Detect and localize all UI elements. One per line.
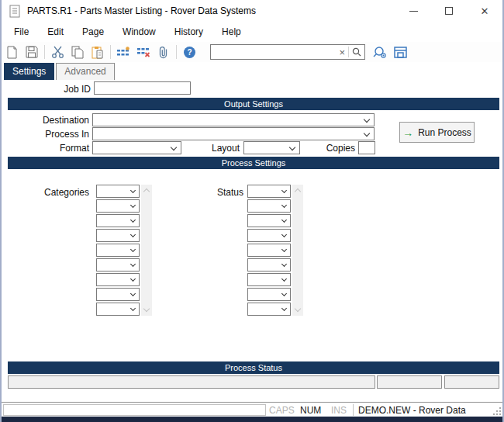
tab-settings[interactable]: Settings	[4, 63, 54, 80]
format-select[interactable]	[92, 141, 181, 154]
chevron-down-icon	[281, 217, 287, 223]
statusbar-message-cell	[3, 404, 266, 416]
process-status-header: Process Status	[8, 361, 499, 374]
category-select-7[interactable]	[96, 288, 140, 301]
status-select-0[interactable]	[247, 185, 291, 198]
chevron-down-icon	[281, 261, 287, 267]
status-select-3[interactable]	[247, 229, 291, 242]
menu-window[interactable]: Window	[115, 22, 164, 41]
category-select-8[interactable]	[96, 303, 140, 316]
chevron-down-icon	[130, 232, 136, 237]
toolbar-separator	[110, 45, 111, 59]
delete-record-button[interactable]	[133, 43, 154, 61]
layout-select[interactable]	[243, 141, 300, 154]
search-input[interactable]	[211, 46, 336, 58]
scroll-up-icon[interactable]	[295, 189, 301, 195]
menu-page[interactable]: Page	[74, 22, 112, 41]
close-icon: ✕	[481, 6, 489, 16]
job-id-input[interactable]	[94, 81, 191, 95]
cut-button[interactable]	[47, 43, 67, 61]
toolbar-separator	[176, 45, 177, 59]
search-icon[interactable]	[349, 47, 364, 57]
title-bar: PARTS.R1 - Parts Master Listing - Rover …	[2, 0, 502, 22]
category-select-2[interactable]	[96, 214, 140, 227]
app-window: PARTS.R1 - Parts Master Listing - Rover …	[0, 0, 504, 422]
clear-search-icon[interactable]: ×	[336, 47, 348, 57]
categories-scrollbar[interactable]	[141, 185, 152, 316]
destination-select[interactable]	[92, 113, 375, 126]
process-status-field-1	[8, 375, 375, 389]
copies-input[interactable]	[358, 141, 375, 154]
process-in-label: Process In	[9, 129, 89, 140]
window-title: PARTS.R1 - Parts Master Listing - Rover …	[27, 5, 256, 16]
new-document-icon	[6, 46, 18, 59]
status-select-7[interactable]	[247, 288, 291, 301]
minimize-button[interactable]	[395, 0, 431, 22]
categories-list	[96, 185, 140, 317]
toolbar-separator	[44, 45, 45, 59]
run-process-label: Run Process	[418, 127, 471, 138]
paste-button[interactable]	[88, 43, 108, 61]
chevron-down-icon	[281, 291, 287, 296]
new-button[interactable]	[2, 43, 22, 61]
chevron-down-icon	[130, 306, 136, 311]
status-label: Status	[188, 187, 243, 198]
tab-strip: Settings Advanced	[4, 62, 116, 80]
menu-help[interactable]: Help	[214, 22, 249, 41]
status-select-4[interactable]	[247, 244, 291, 257]
copy-button[interactable]	[67, 43, 88, 61]
add-record-icon	[116, 47, 130, 57]
job-id-label: Job ID	[25, 84, 91, 95]
chevron-down-icon	[130, 261, 136, 267]
status-select-5[interactable]	[247, 258, 291, 272]
process-in-select[interactable]	[92, 127, 375, 140]
layout-label: Layout	[188, 143, 240, 154]
save-button[interactable]	[22, 43, 42, 61]
run-process-button[interactable]: → Run Process	[399, 122, 475, 143]
caps-indicator: CAPS	[269, 405, 295, 417]
chevron-down-icon	[130, 188, 136, 193]
process-status-field-3	[444, 375, 499, 389]
scroll-down-icon[interactable]	[295, 306, 301, 312]
status-scrollbar[interactable]	[292, 185, 303, 316]
layout-view-icon	[394, 47, 407, 58]
status-select-1[interactable]	[247, 199, 291, 213]
status-select-2[interactable]	[247, 214, 291, 227]
status-select-8[interactable]	[247, 303, 291, 316]
destination-label: Destination	[9, 115, 89, 126]
resize-grip[interactable]	[493, 407, 501, 415]
run-arrow-icon: →	[402, 127, 413, 138]
window-bottom-edge	[2, 417, 502, 422]
status-list	[247, 185, 291, 317]
menu-history[interactable]: History	[167, 22, 211, 41]
num-indicator: NUM	[300, 405, 321, 417]
ins-indicator: INS	[331, 405, 347, 417]
status-select-6[interactable]	[247, 273, 291, 286]
category-select-4[interactable]	[96, 244, 140, 257]
chevron-down-icon	[130, 217, 136, 223]
menu-file[interactable]: File	[6, 22, 36, 41]
close-button[interactable]: ✕	[467, 0, 502, 22]
category-select-6[interactable]	[96, 273, 140, 286]
help-button[interactable]: ?	[179, 43, 199, 61]
chevron-down-icon	[364, 130, 370, 137]
scroll-up-icon[interactable]	[143, 189, 150, 195]
category-select-0[interactable]	[96, 185, 140, 198]
process-settings-header: Process Settings	[8, 157, 499, 169]
layout-view-button[interactable]	[390, 43, 410, 61]
add-record-button[interactable]	[113, 43, 133, 61]
delete-record-icon	[136, 47, 150, 57]
minimize-icon	[409, 11, 418, 12]
category-select-1[interactable]	[96, 199, 140, 213]
menu-edit[interactable]: Edit	[40, 22, 71, 41]
attachment-button[interactable]	[154, 43, 174, 61]
category-select-3[interactable]	[96, 229, 140, 242]
tab-advanced[interactable]: Advanced	[56, 63, 114, 80]
maximize-button[interactable]	[431, 0, 467, 22]
scroll-down-icon[interactable]	[143, 306, 150, 312]
copies-label: Copies	[308, 143, 355, 154]
help-icon: ?	[183, 46, 196, 59]
category-select-5[interactable]	[96, 258, 140, 272]
find-view-button[interactable]	[370, 43, 390, 61]
svg-text:?: ?	[187, 48, 192, 57]
